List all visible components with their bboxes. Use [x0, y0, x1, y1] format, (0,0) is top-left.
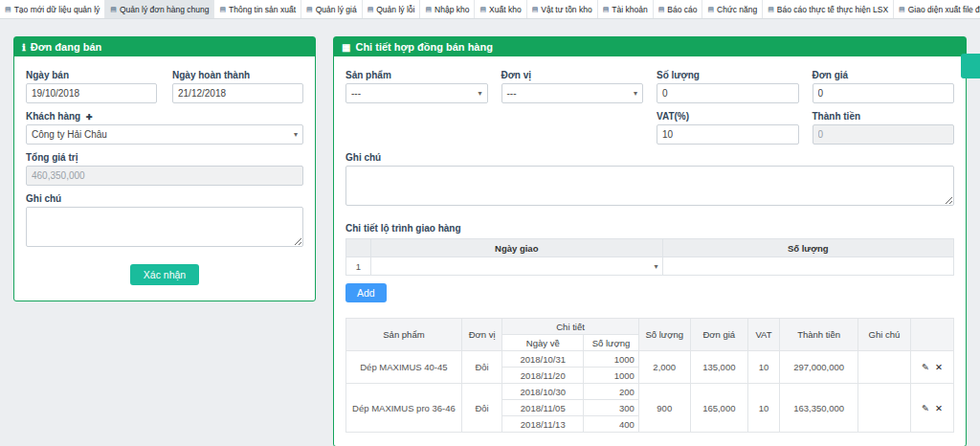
active-order-header: ℹ Đơn đang bán: [14, 37, 315, 56]
nav-item[interactable]: ▤Xuất kho: [475, 0, 526, 18]
unit-label: Đơn vị: [501, 70, 644, 80]
top-nav: ▤Tạo mới dữ liệu quản lý▤Quản lý đơn hàn…: [0, 0, 980, 19]
detail-date-cell: 2018/10/31: [502, 351, 584, 368]
delivery-qty-input[interactable]: [663, 258, 954, 275]
column-header: [910, 319, 953, 351]
active-order-body: Ngày bán Ngày hoàn thành Khách hàng ✚ Cô…: [14, 56, 315, 301]
nav-item-label: Quản lý lỗi: [376, 5, 414, 14]
customer-select[interactable]: Công ty Hải Châu ▾: [26, 124, 303, 145]
delivery-date-select[interactable]: ▾: [371, 258, 662, 275]
contract-detail-body: Sản phẩm --- ▾ Đơn vị --- ▾ Số lượng: [334, 56, 966, 446]
function-icon: ▤: [707, 6, 714, 13]
delete-icon[interactable]: ✕: [935, 362, 943, 372]
nav-item-label: Xuất kho: [489, 5, 522, 14]
report-icon: ▤: [658, 6, 665, 13]
quantity-cell: 2,000: [638, 351, 690, 384]
nav-item[interactable]: ▤Tài khoản: [598, 0, 654, 18]
column-header: VAT: [747, 319, 779, 351]
detail-date-cell: 2018/10/30: [502, 384, 584, 400]
detail-qty-cell: 300: [584, 400, 639, 416]
price-input[interactable]: [813, 83, 955, 103]
contract-form: Sản phẩm --- ▾ Đơn vị --- ▾ Số lượng: [345, 62, 954, 145]
product-cell: Dép MAXIMUS pro 36-46: [346, 384, 462, 433]
product-select[interactable]: --- ▾: [345, 83, 488, 103]
orders-icon: ▤: [110, 6, 117, 13]
quantity-cell: 900: [638, 384, 690, 433]
add-button[interactable]: Add: [345, 283, 387, 302]
import-warehouse-icon: ▤: [425, 6, 432, 13]
error-icon: ▤: [368, 6, 374, 13]
customer-label-row: Khách hàng ✚: [26, 111, 303, 122]
delivery-date-cell: ▾: [371, 257, 663, 276]
delivery-qty-column-header: Số lượng: [662, 239, 954, 257]
unit-field: Đơn vị --- ▾: [501, 62, 644, 103]
nav-item-label: Quản lý giá: [316, 5, 357, 14]
quantity-input[interactable]: [657, 83, 799, 103]
column-header: Đơn giá: [690, 319, 747, 351]
nav-item-label: Quản lý đơn hàng chung: [120, 5, 209, 14]
nav-item[interactable]: ▤Quản lý đơn hàng chung: [105, 0, 214, 18]
unit-select-value: ---: [507, 88, 517, 99]
product-select-value: ---: [351, 88, 361, 99]
unit-cell: Đôi: [461, 384, 501, 433]
finish-date-label: Ngày hoàn thành: [172, 70, 303, 80]
lsx-report-icon: ▤: [768, 6, 774, 13]
nav-item-label: Chức năng: [717, 5, 757, 14]
detail-qty-cell: 400: [584, 416, 639, 433]
column-header: Số lượng: [584, 335, 639, 351]
add-customer-icon[interactable]: ✚: [86, 113, 93, 122]
nav-item[interactable]: ▤Chức năng: [702, 0, 763, 18]
price-cell: 135,000: [690, 351, 747, 384]
note-cell: [858, 384, 911, 433]
nav-item[interactable]: ▤Quản lý giá: [301, 0, 363, 18]
row-index: 1: [346, 257, 371, 276]
quantity-label: Số lượng: [657, 70, 799, 80]
contract-note-textarea[interactable]: [345, 166, 954, 206]
amount-input: [813, 124, 955, 145]
nav-item[interactable]: ▤Thông tin sản xuất: [214, 0, 301, 18]
nav-item[interactable]: ▤Tạo mới dữ liệu quản lý: [0, 0, 105, 18]
nav-item[interactable]: ▤Quản lý lỗi: [363, 0, 421, 18]
delivery-schedule-header-row: Ngày giao Số lượng: [346, 239, 954, 257]
column-header: Sản phẩm: [346, 319, 462, 351]
sale-date-input[interactable]: [26, 83, 157, 103]
column-header: Số lượng: [638, 319, 690, 351]
total-label: Tổng giá trị: [26, 152, 303, 163]
unit-select[interactable]: --- ▾: [501, 83, 644, 103]
chevron-down-icon: ▾: [294, 130, 298, 139]
contract-detail-header: ▦ Chi tiết hợp đồng bán hàng: [334, 37, 966, 56]
finish-date-input[interactable]: [172, 83, 303, 103]
delivery-date-column-header: Ngày giao: [371, 239, 663, 257]
export-file-icon: ▤: [899, 6, 905, 13]
side-panel-toggle-button[interactable]: [961, 54, 980, 78]
order-note-textarea[interactable]: [26, 207, 303, 247]
nav-item[interactable]: ▤Báo cáo thực tế thực hiện LSX: [763, 0, 894, 18]
chevron-down-icon: ▾: [634, 89, 637, 98]
actions-cell: ✎✕: [910, 351, 953, 384]
contract-detail-panel: ▦ Chi tiết hợp đồng bán hàng Sản phẩm --…: [333, 36, 967, 446]
nav-item[interactable]: ▤Giao diện xuất file định mức: [894, 0, 980, 18]
index-column-header: [346, 239, 371, 257]
actions-cell: ✎✕: [910, 384, 953, 433]
nav-item[interactable]: ▤Nhập kho: [420, 0, 475, 18]
contract-items-table: Sản phẩmĐơn vịChi tiếtSố lượngĐơn giáVAT…: [345, 318, 954, 433]
vat-label: VAT(%): [657, 111, 799, 122]
column-header: Đơn vị: [461, 319, 501, 351]
nav-item[interactable]: ▤Vật tư tồn kho: [527, 0, 598, 18]
column-header: Thành tiền: [780, 319, 858, 351]
customer-select-value: Công ty Hải Châu: [32, 129, 107, 140]
column-header: Chi tiết: [502, 319, 639, 335]
contract-detail-title: Chi tiết hợp đồng bán hàng: [355, 41, 492, 53]
delivery-schedule-table: Ngày giao Số lượng 1▾: [345, 238, 954, 276]
nav-item-label: Vật tư tồn kho: [541, 5, 591, 14]
note-cell: [858, 351, 911, 384]
confirm-button[interactable]: Xác nhận: [130, 264, 199, 285]
nav-item[interactable]: ▤Báo cáo: [654, 0, 703, 18]
detail-qty-cell: 1000: [584, 351, 639, 368]
edit-icon[interactable]: ✎: [922, 362, 929, 372]
product-label: Sản phẩm: [345, 70, 488, 80]
main-content: ℹ Đơn đang bán Ngày bán Ngày hoàn thành …: [0, 19, 980, 446]
vat-input[interactable]: [657, 124, 799, 145]
edit-icon[interactable]: ✎: [922, 403, 929, 413]
delete-icon[interactable]: ✕: [935, 403, 943, 413]
